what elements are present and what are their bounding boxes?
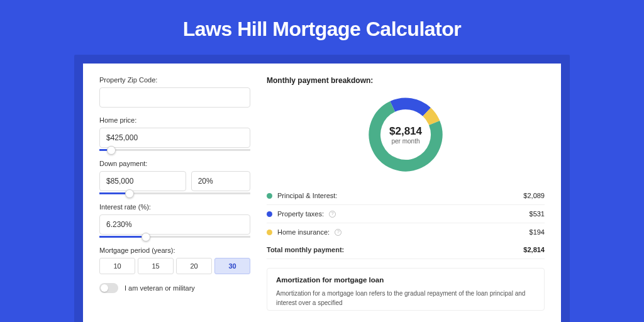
veteran-label: I am veteran or military — [125, 284, 195, 292]
legend-list: Principal & Interest:$2,089Property taxe… — [267, 187, 545, 241]
down-payment-amount-input[interactable] — [99, 171, 186, 191]
amortization-text: Amortization for a mortgage loan refers … — [276, 289, 535, 308]
legend-amount: $2,089 — [523, 192, 545, 199]
legend-dot — [267, 193, 272, 199]
donut-center: $2,814 per month — [365, 94, 447, 175]
period-option-15[interactable]: 15 — [138, 258, 174, 274]
interest-slider-thumb[interactable] — [142, 233, 150, 242]
legend-dot — [267, 211, 272, 217]
payment-donut-chart: $2,814 per month — [365, 94, 447, 175]
down-payment-slider[interactable] — [99, 192, 250, 194]
down-payment-percent-input[interactable] — [191, 171, 250, 191]
period-options: 10152030 — [99, 258, 250, 274]
veteran-toggle-knob — [101, 284, 108, 292]
donut-value: $2,814 — [389, 125, 422, 138]
home-price-label: Home price: — [99, 116, 250, 124]
home-price-field-group: Home price: — [99, 116, 250, 151]
down-payment-field-group: Down payment: — [99, 160, 250, 194]
zip-field-group: Property Zip Code: — [99, 76, 250, 108]
period-label: Mortgage period (years): — [99, 247, 250, 254]
zip-input[interactable] — [99, 87, 250, 108]
amortization-title: Amortization for mortgage loan — [276, 276, 535, 284]
down-payment-slider-thumb[interactable] — [125, 189, 134, 198]
amortization-card: Amortization for mortgage loan Amortizat… — [267, 268, 545, 311]
donut-sub: per month — [391, 138, 419, 145]
legend-row: Home insurance:?$194 — [267, 223, 545, 241]
interest-field-group: Interest rate (%): — [99, 203, 250, 238]
interest-label: Interest rate (%): — [99, 203, 250, 211]
home-price-slider-thumb[interactable] — [107, 146, 116, 155]
home-price-slider[interactable] — [99, 149, 250, 151]
info-icon[interactable]: ? — [329, 211, 336, 218]
home-price-input[interactable] — [99, 128, 250, 148]
legend-total-row: Total monthly payment: $2,814 — [267, 241, 545, 259]
page-title: Laws Hill Mortgage Calculator — [0, 0, 644, 55]
period-option-30[interactable]: 30 — [214, 258, 250, 274]
veteran-toggle[interactable] — [99, 283, 118, 293]
legend-dot — [267, 230, 272, 235]
breakdown-title: Monthly payment breakdown: — [267, 76, 545, 85]
legend-amount: $194 — [530, 228, 545, 236]
legend-total-label: Total monthly payment: — [267, 246, 344, 253]
down-payment-label: Down payment: — [99, 160, 250, 167]
interest-input[interactable] — [99, 214, 250, 235]
interest-slider[interactable] — [99, 236, 250, 238]
legend-total-amount: $2,814 — [523, 246, 545, 253]
legend-label: Property taxes: — [277, 210, 324, 218]
veteran-row: I am veteran or military — [99, 283, 250, 293]
form-column: Property Zip Code: Home price: Down paym… — [99, 76, 250, 311]
legend-label: Home insurance: — [277, 228, 330, 236]
legend-amount: $531 — [530, 210, 545, 218]
donut-wrap: $2,814 per month — [267, 94, 545, 175]
calculator-card: Property Zip Code: Home price: Down paym… — [83, 64, 561, 322]
period-option-10[interactable]: 10 — [99, 258, 135, 274]
interest-slider-fill — [99, 236, 146, 238]
calculator-frame: Property Zip Code: Home price: Down paym… — [74, 55, 570, 322]
period-field-group: Mortgage period (years): 10152030 — [99, 247, 250, 274]
legend-row: Property taxes:?$531 — [267, 205, 545, 223]
period-option-20[interactable]: 20 — [176, 258, 212, 274]
info-icon[interactable]: ? — [335, 229, 341, 236]
breakdown-column: Monthly payment breakdown: $2,814 per mo… — [267, 76, 545, 311]
zip-label: Property Zip Code: — [99, 76, 250, 84]
legend-label: Principal & Interest: — [277, 192, 337, 199]
legend-row: Principal & Interest:$2,089 — [267, 187, 545, 205]
